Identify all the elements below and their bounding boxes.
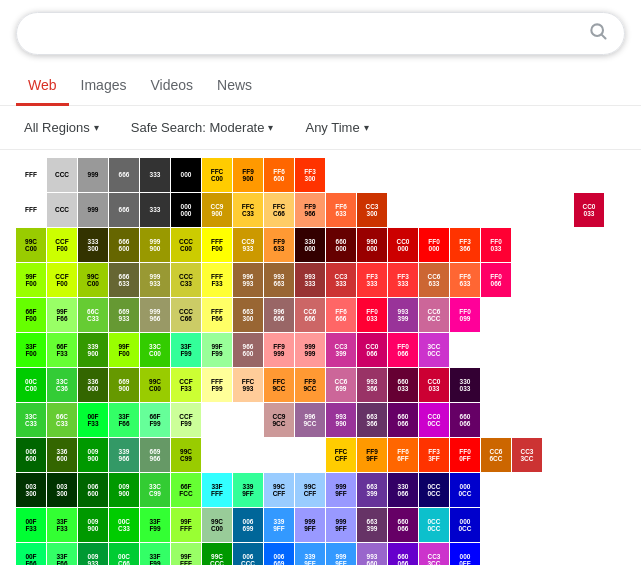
color-cell[interactable]	[543, 193, 573, 227]
color-cell[interactable]: 333	[140, 193, 170, 227]
tab-videos[interactable]: Videos	[138, 67, 205, 106]
color-cell[interactable]: 330033	[450, 368, 480, 402]
color-cell[interactable]	[512, 333, 542, 367]
color-cell[interactable]	[512, 228, 542, 262]
color-cell[interactable]	[543, 298, 573, 332]
color-cell[interactable]: FFCC00	[202, 158, 232, 192]
color-cell[interactable]: 999933	[140, 263, 170, 297]
color-cell[interactable]	[543, 368, 573, 402]
color-cell[interactable]: 9999FF	[326, 508, 356, 542]
color-cell[interactable]: 3399FF	[264, 508, 294, 542]
color-cell[interactable]: CC3300	[357, 193, 387, 227]
color-cell[interactable]: 99CCCC	[202, 543, 232, 565]
color-cell[interactable]	[481, 543, 511, 565]
color-cell[interactable]: FFFF33	[202, 263, 232, 297]
color-cell[interactable]: FF99CC	[295, 368, 325, 402]
color-cell[interactable]	[543, 508, 573, 542]
color-cell[interactable]	[481, 193, 511, 227]
search-button[interactable]	[588, 21, 608, 46]
color-cell[interactable]: 9999FF	[326, 543, 356, 565]
color-cell[interactable]: 99FF66	[47, 298, 77, 332]
color-cell[interactable]: FF9999	[264, 333, 294, 367]
color-cell[interactable]: FFC993	[233, 368, 263, 402]
color-cell[interactable]	[512, 368, 542, 402]
color-cell[interactable]: CC9933	[233, 228, 263, 262]
color-cell[interactable]: 3399FF	[295, 543, 325, 565]
color-cell[interactable]: 9999FF	[295, 508, 325, 542]
color-cell[interactable]: FF00FF	[450, 438, 480, 472]
color-cell[interactable]: 666600	[109, 228, 139, 262]
color-cell[interactable]: 666	[109, 193, 139, 227]
color-cell[interactable]: FFFF00	[202, 228, 232, 262]
color-cell[interactable]: 33FF00	[16, 333, 46, 367]
color-cell[interactable]	[512, 158, 542, 192]
color-cell[interactable]: 99FF00	[16, 263, 46, 297]
color-cell[interactable]: FF0066	[388, 333, 418, 367]
color-cell[interactable]: CCFF99	[171, 403, 201, 437]
tab-news[interactable]: News	[205, 67, 264, 106]
color-cell[interactable]: FF3366	[450, 228, 480, 262]
color-cell[interactable]	[574, 473, 604, 507]
color-cell[interactable]: 0000CC	[450, 508, 480, 542]
color-cell[interactable]: FFF	[16, 158, 46, 192]
color-cell[interactable]: 33CC36	[47, 368, 77, 402]
color-cell[interactable]: CC3399	[326, 333, 356, 367]
color-cell[interactable]: CC66CC	[481, 438, 511, 472]
color-cell[interactable]: 990000	[357, 228, 387, 262]
color-cell[interactable]: 009900	[78, 438, 108, 472]
color-cell[interactable]: CC6633	[419, 263, 449, 297]
color-cell[interactable]	[264, 438, 294, 472]
color-cell[interactable]: 99CC99	[171, 438, 201, 472]
color-cell[interactable]: CC33CC	[512, 438, 542, 472]
color-cell[interactable]: CCCC00	[171, 228, 201, 262]
color-cell[interactable]: 00FF33	[78, 403, 108, 437]
color-cell[interactable]: FF33FF	[419, 438, 449, 472]
color-cell[interactable]	[543, 543, 573, 565]
color-cell[interactable]: 999	[78, 193, 108, 227]
color-cell[interactable]	[481, 333, 511, 367]
color-cell[interactable]: 99FF00	[109, 333, 139, 367]
color-cell[interactable]	[543, 403, 573, 437]
color-cell[interactable]: 3CC0CC	[419, 333, 449, 367]
color-cell[interactable]: CC6666	[295, 298, 325, 332]
color-cell[interactable]: 66FF33	[47, 333, 77, 367]
color-cell[interactable]: 336600	[47, 438, 77, 472]
tab-web[interactable]: Web	[16, 67, 69, 106]
color-cell[interactable]	[512, 193, 542, 227]
color-cell[interactable]: 33FF99	[140, 508, 170, 542]
color-cell[interactable]	[574, 543, 604, 565]
color-cell[interactable]: FFCCFF	[326, 438, 356, 472]
color-cell[interactable]: 669933	[109, 298, 139, 332]
safe-search-filter[interactable]: Safe Search: Moderate ▾	[123, 116, 282, 139]
color-cell[interactable]: 0CC0CC	[419, 473, 449, 507]
color-cell[interactable]	[202, 438, 232, 472]
color-cell[interactable]: FF0000	[419, 228, 449, 262]
color-cell[interactable]: 660066	[450, 403, 480, 437]
color-cell[interactable]	[450, 158, 480, 192]
color-cell[interactable]: CC0066	[357, 333, 387, 367]
color-cell[interactable]: 33CC33	[16, 403, 46, 437]
color-cell[interactable]: 00CC00	[16, 368, 46, 402]
color-cell[interactable]	[233, 438, 263, 472]
color-cell[interactable]: FF3333	[388, 263, 418, 297]
color-cell[interactable]	[512, 473, 542, 507]
color-cell[interactable]	[574, 508, 604, 542]
color-cell[interactable]: 999966	[140, 298, 170, 332]
color-cell[interactable]	[388, 193, 418, 227]
color-cell[interactable]: 663366	[357, 403, 387, 437]
color-cell[interactable]: 003300	[16, 473, 46, 507]
color-cell[interactable]: CCC	[47, 193, 77, 227]
color-cell[interactable]	[512, 263, 542, 297]
color-cell[interactable]: 339966	[109, 438, 139, 472]
color-cell[interactable]: FFC9CC	[264, 368, 294, 402]
color-cell[interactable]: 33FF66	[47, 543, 77, 565]
color-cell[interactable]	[233, 403, 263, 437]
color-cell[interactable]	[512, 298, 542, 332]
color-cell[interactable]	[450, 193, 480, 227]
color-cell[interactable]: 663399	[357, 508, 387, 542]
color-cell[interactable]: 006CCC	[233, 543, 263, 565]
color-cell[interactable]: 339900	[78, 333, 108, 367]
color-cell[interactable]: FF9966	[295, 193, 325, 227]
color-cell[interactable]: 999900	[140, 228, 170, 262]
color-cell[interactable]: CCFF00	[47, 228, 77, 262]
